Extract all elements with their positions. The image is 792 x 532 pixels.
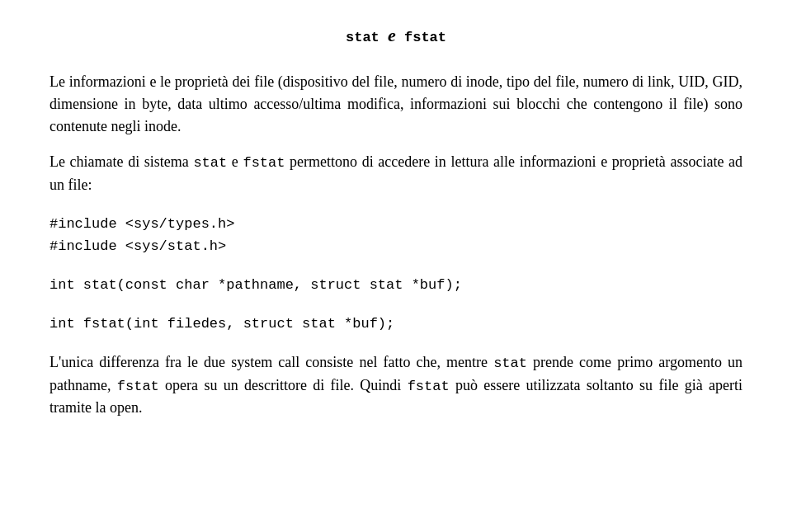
syscall-desc-before: Le chiamate di sistema — [50, 153, 193, 170]
stat-prototype: int stat(const char *pathname, struct st… — [50, 274, 742, 296]
intro-text: Le informazioni e le proprietà dei file … — [50, 73, 742, 134]
stat-proto-line: int stat(const char *pathname, struct st… — [50, 274, 742, 296]
stat-inline: stat — [193, 155, 227, 171]
fstat-prototype: int fstat(int filedes, struct stat *buf)… — [50, 313, 742, 335]
diff-stat: stat — [493, 355, 527, 371]
difference-paragraph: L'unica differenza fra le due system cal… — [50, 351, 742, 419]
page-title: stat e fstat — [50, 25, 742, 46]
diff-after: opera su un descrittore di file. Quindi — [159, 377, 408, 393]
diff-fstat2: fstat — [408, 379, 450, 394]
fstat-inline: fstat — [243, 155, 285, 171]
diff-fstat: fstat — [117, 379, 159, 394]
syscall-desc-mid: e — [227, 153, 243, 170]
include2-line: #include <sys/stat.h> — [50, 235, 742, 257]
code-includes: #include <sys/types.h> #include <sys/sta… — [50, 213, 742, 257]
title-fstat: fstat — [396, 30, 446, 45]
title-conjunction: e — [388, 25, 396, 45]
title-stat: stat — [346, 30, 388, 45]
intro-paragraph: Le informazioni e le proprietà dei file … — [50, 71, 742, 138]
diff-before: L'unica differenza fra le due system cal… — [50, 354, 493, 370]
include1-line: #include <sys/types.h> — [50, 213, 742, 235]
fstat-proto-line: int fstat(int filedes, struct stat *buf)… — [50, 313, 742, 335]
syscall-description: Le chiamate di sistema stat e fstat perm… — [50, 151, 742, 196]
